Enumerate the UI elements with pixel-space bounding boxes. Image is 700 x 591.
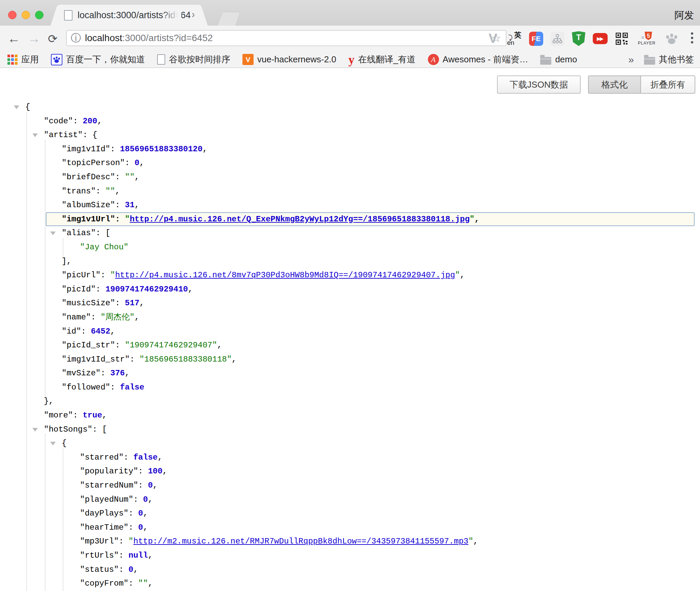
bookmark-label: 在线翻译_有道	[358, 54, 415, 65]
new-tab-button[interactable]	[217, 12, 241, 26]
json-comma: ,	[153, 481, 157, 490]
paw-icon[interactable]	[664, 30, 679, 48]
json-key: "starred":	[80, 453, 133, 462]
url-text[interactable]: localhost:3000/artists?id=6452	[85, 33, 213, 43]
json-value-num: 6452	[91, 327, 110, 336]
org-chart-icon[interactable]	[550, 32, 564, 46]
json-key: "copyFrom":	[80, 579, 138, 588]
json-key: "musicSize":	[62, 299, 125, 308]
vue-devtools-icon[interactable]: V	[486, 30, 500, 48]
profile-name[interactable]: 阿发	[674, 9, 694, 22]
page-content: 下载JSON数据 格式化 折叠所有 {"code": 200,"artist":…	[0, 68, 700, 591]
collapse-toggle-icon[interactable]	[32, 428, 38, 432]
json-comma: ,	[460, 271, 465, 280]
json-value-num: 0	[143, 495, 148, 504]
json-comma: ,	[102, 411, 107, 420]
json-key: "status":	[80, 565, 128, 574]
bookmark-label: vue-hackernews-2.0	[257, 54, 336, 65]
json-key: "briefDesc":	[62, 173, 125, 182]
qr-code-icon[interactable]	[614, 30, 629, 48]
bookmark-baidu[interactable]: 百度一下，你就知道	[51, 54, 145, 65]
collapse-toggle-icon[interactable]	[14, 105, 19, 109]
window-zoom-button[interactable]	[35, 11, 43, 19]
collapse-toggle-icon[interactable]	[32, 133, 38, 137]
json-bracket: ]	[62, 257, 66, 266]
bookmark-folder-demo[interactable]: demo	[540, 54, 577, 65]
window-minimize-button[interactable]	[22, 11, 30, 19]
json-comma: ,	[97, 117, 102, 126]
page-icon	[64, 10, 72, 21]
json-line: "picId_str": "19097417462929407",	[0, 338, 700, 352]
json-comma: ,	[135, 173, 139, 182]
tab-close-icon[interactable]: ×	[192, 10, 197, 21]
json-line: {	[0, 436, 700, 450]
json-value-string: ""	[125, 173, 135, 182]
json-link[interactable]: http://p4.music.126.net/Q_ExePNkmgB2yWyL…	[130, 215, 470, 224]
json-line: "more": true,	[0, 408, 700, 423]
active-tab[interactable]: localhost:3000/artists?id=645 ×	[59, 5, 199, 26]
json-line: "briefDesc": "",	[0, 170, 700, 184]
bookmark-google-sort[interactable]: 谷歌按时间排序	[157, 54, 230, 65]
bookmark-youdao[interactable]: y 在线翻译_有道	[348, 54, 415, 65]
json-link[interactable]: http://m2.music.126.net/RMJR7wDullRqppBk…	[133, 537, 468, 546]
bookmark-apps[interactable]: 应用	[7, 54, 39, 65]
json-value-num: 18569651883380120	[120, 145, 203, 154]
json-line: "trans": "",	[0, 184, 700, 198]
json-key: "albumSize":	[62, 200, 125, 210]
json-key: "alias":	[62, 228, 106, 238]
video-play-icon[interactable]: ▶▶	[593, 30, 608, 48]
json-key: "topicPerson":	[62, 158, 135, 167]
awesomes-icon: A	[428, 54, 439, 65]
html5-player-icon[interactable]: ≡ 5 PLAYER	[636, 30, 658, 48]
json-key: "picId_str":	[62, 341, 125, 350]
tab-title-fade	[162, 5, 181, 26]
json-key: "followed":	[62, 383, 120, 392]
bookmark-awesomes[interactable]: A Awesomes - 前端资…	[428, 54, 528, 65]
json-quote: "	[468, 537, 473, 546]
json-comma: ,	[474, 215, 479, 224]
json-bracket: {	[92, 130, 97, 139]
format-button[interactable]: 格式化	[589, 76, 641, 93]
json-key: "img1v1Url":	[62, 215, 125, 224]
json-line: "playedNum": 0,	[0, 493, 700, 507]
json-key: "artist":	[44, 130, 92, 139]
other-bookmarks-folder[interactable]: 其他书签	[644, 54, 694, 65]
back-button[interactable]: ←	[7, 26, 20, 52]
json-line: "dayPlays": 0,	[0, 506, 700, 521]
shield-icon[interactable]: T	[571, 30, 586, 48]
json-key: "picId":	[62, 285, 106, 294]
fehelper-icon[interactable]: FE	[529, 30, 544, 48]
json-quote: "	[125, 215, 129, 224]
json-comma: ,	[115, 187, 120, 196]
json-comma: ,	[66, 257, 71, 266]
forward-button[interactable]: →	[28, 26, 40, 52]
collapse-toggle-icon[interactable]	[50, 231, 56, 235]
json-line-selected: "img1v1Url": "http://p4.music.126.net/Q_…	[46, 212, 695, 226]
json-comma: ,	[135, 313, 139, 322]
reload-button[interactable]: ⟳	[48, 26, 58, 52]
json-bracket: }	[44, 397, 49, 406]
url-rest: :3000/artists?id=6452	[122, 33, 213, 43]
json-key: "mp3Url":	[80, 537, 128, 546]
json-comma: ,	[148, 551, 153, 560]
json-line: "picUrl": "http://p4.music.126.net/8mv7q…	[0, 268, 700, 282]
json-key: "dayPlays":	[80, 509, 138, 518]
json-quote: "	[470, 215, 474, 224]
json-comma: ,	[473, 537, 478, 546]
view-mode-toggle: 格式化 折叠所有	[588, 75, 695, 94]
bookmark-label: 应用	[21, 54, 39, 65]
bookmark-vue-hackernews[interactable]: V vue-hackernews-2.0	[242, 54, 336, 65]
bookmarks-overflow-icon[interactable]: »	[628, 54, 634, 65]
json-link[interactable]: http://p4.music.126.net/8mv7qP30Pd3oHW8b…	[115, 271, 455, 280]
address-bar[interactable]: ⓘ localhost:3000/artists?id=6452 ☆	[66, 30, 506, 46]
collapse-all-button[interactable]: 折叠所有	[641, 76, 695, 93]
page-info-icon[interactable]: ⓘ	[71, 31, 81, 45]
json-value-num: 0	[148, 481, 153, 490]
browser-menu-icon[interactable]	[691, 32, 693, 43]
download-json-button[interactable]: 下载JSON数据	[497, 75, 581, 94]
window-close-button[interactable]	[8, 11, 17, 19]
json-line: "code": 200,	[0, 114, 700, 128]
translate-icon[interactable]: ⤸ 英 en	[507, 30, 522, 48]
paw-glyph	[665, 32, 678, 45]
collapse-toggle-icon[interactable]	[50, 442, 56, 445]
